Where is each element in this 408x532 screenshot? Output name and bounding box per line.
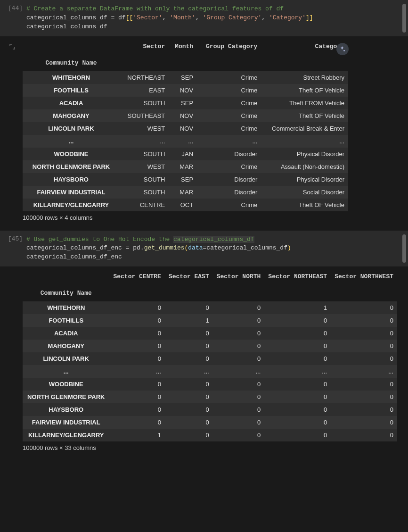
cell: 0 xyxy=(331,340,397,352)
cell: 0 xyxy=(213,391,265,403)
code-bracket: ]] xyxy=(306,14,313,21)
row-index: FOOTHILLS xyxy=(23,314,109,327)
row-index: FAIRVIEW INDUSTRIAL xyxy=(23,416,109,429)
cell: 0 xyxy=(264,340,331,352)
code-comment: # Use get_dummies to One Hot Encode the … xyxy=(26,236,254,243)
cell: 0 xyxy=(264,352,331,365)
col-header: Month xyxy=(169,40,197,55)
table-row: ACADIASOUTHSEPCrimeTheft FROM Vehicle xyxy=(23,97,348,109)
cell: 0 xyxy=(213,378,265,391)
row-index: KILLARNEY/GLENGARRY xyxy=(23,429,109,441)
column-header-row: Sector Month Group Category Category xyxy=(23,40,348,55)
code-ident: categorical_columns_df_enc xyxy=(26,244,122,251)
cell: Street Robbery xyxy=(261,71,348,84)
cell: 0 xyxy=(331,429,397,441)
cell: SEP xyxy=(169,71,197,84)
cell: 0 xyxy=(165,340,213,352)
cell: 0 xyxy=(165,352,213,365)
index-name: Community Name xyxy=(23,55,120,71)
table-row: NORTH GLENMORE PARKWESTMARCrimeAssault (… xyxy=(23,160,348,173)
cell-output-45: Sector_CENTRE Sector_EAST Sector_NORTH S… xyxy=(0,266,408,458)
table-row: MAHOGANY00000 xyxy=(23,340,397,352)
code-bracket: [[ xyxy=(126,14,133,21)
cell: 0 xyxy=(165,403,213,416)
row-index: MAHOGANY xyxy=(23,109,120,122)
row-index: LINCOLN PARK xyxy=(23,122,120,135)
row-index: NORTH GLENMORE PARK xyxy=(23,391,109,403)
suggest-chart-button[interactable] xyxy=(336,43,349,55)
cell: Commercial Break & Enter xyxy=(261,122,348,135)
cell: Disorder xyxy=(197,148,261,160)
cell: 0 xyxy=(331,301,397,314)
column-header-row: Sector_CENTRE Sector_EAST Sector_NORTH S… xyxy=(23,270,397,285)
col-header: Group Category xyxy=(197,40,261,55)
code-string: 'Category' xyxy=(269,14,306,21)
cell: WEST xyxy=(120,160,169,173)
code-ident: df xyxy=(118,14,126,21)
cell: 0 xyxy=(264,314,331,327)
col-header: Sector_NORTHEAST xyxy=(264,270,331,285)
cell: Theft OF Vehicle xyxy=(261,84,348,97)
cell: 0 xyxy=(109,301,164,314)
cell: 0 xyxy=(264,403,331,416)
row-index: ACADIA xyxy=(23,97,120,109)
cell: 0 xyxy=(213,327,265,340)
cell: WEST xyxy=(120,122,169,135)
cell: Crime xyxy=(197,160,261,173)
cell-scrollbar[interactable] xyxy=(402,234,406,263)
cell: Crime xyxy=(197,97,261,109)
cell: Theft FROM Vehicle xyxy=(261,97,348,109)
table-row: WHITEHORNNORTHEASTSEPCrimeStreet Robbery xyxy=(23,71,348,84)
row-index: NORTH GLENMORE PARK xyxy=(23,160,120,173)
cell: JAN xyxy=(169,148,197,160)
cell: Theft OF Vehicle xyxy=(261,199,348,211)
cell: SEP xyxy=(169,97,197,109)
table-row: ACADIA00000 xyxy=(23,327,397,340)
cell: 0 xyxy=(213,340,265,352)
code-comment: # Create a separate DataFrame with only … xyxy=(26,5,284,12)
cell: 0 xyxy=(165,391,213,403)
table-row: HAYSBOROSOUTHSEPDisorderPhysical Disorde… xyxy=(23,173,348,186)
cell: EAST xyxy=(120,84,169,97)
row-index: KILLARNEY/GLENGARRY xyxy=(23,199,120,211)
cell: NOV xyxy=(169,109,197,122)
cell: 0 xyxy=(213,416,265,429)
cell: 0 xyxy=(213,403,265,416)
ellipsis-row: ............... xyxy=(23,135,348,148)
cell: Physical Disorder xyxy=(261,148,348,160)
output-expand-icon[interactable] xyxy=(8,43,17,51)
code-input-45[interactable]: [45] # Use get_dummies to One Hot Encode… xyxy=(0,231,408,267)
table-row: KILLARNEY/GLENGARRY10000 xyxy=(23,429,397,441)
cell: Disorder xyxy=(197,173,261,186)
cell: 0 xyxy=(165,416,213,429)
code-input-44[interactable]: [44] # Create a separate DataFrame with … xyxy=(0,0,408,36)
table-row: LINCOLN PARKWESTNOVCrimeCommercial Break… xyxy=(23,122,348,135)
code-string: 'Sector' xyxy=(133,14,162,21)
code-body-45[interactable]: # Use get_dummies to One Hot Encode the … xyxy=(26,235,403,262)
cell: 0 xyxy=(264,378,331,391)
cell: SOUTH xyxy=(120,97,169,109)
cell: 0 xyxy=(264,327,331,340)
cell: SEP xyxy=(169,173,197,186)
table-row: LINCOLN PARK00000 xyxy=(23,352,397,365)
row-index: WOODBINE xyxy=(23,378,109,391)
code-body-44[interactable]: # Create a separate DataFrame with only … xyxy=(26,5,403,32)
cell: SOUTH xyxy=(120,186,169,199)
cell: Assault (Non-domestic) xyxy=(261,160,348,173)
index-name-row: Community Name xyxy=(23,285,397,301)
cell: 0 xyxy=(109,314,164,327)
col-header: Sector_CENTRE xyxy=(109,270,164,285)
table-row: WHITEHORN00010 xyxy=(23,301,397,314)
cell-scrollbar[interactable] xyxy=(402,4,406,33)
cell: 0 xyxy=(213,301,265,314)
cell: Crime xyxy=(197,71,261,84)
cell-output-44: Sector Month Group Category Category Com… xyxy=(0,36,408,228)
notebook-cell-45: [45] # Use get_dummies to One Hot Encode… xyxy=(0,231,408,458)
code-op: = xyxy=(107,14,118,21)
dataframe-shape-1: 100000 rows × 4 columns xyxy=(23,211,408,222)
execution-count-44: [44] xyxy=(0,5,26,32)
cell: 1 xyxy=(165,314,213,327)
code-ident: categorical_columns_df xyxy=(26,23,107,30)
svg-point-0 xyxy=(343,50,345,51)
cell: 0 xyxy=(264,429,331,441)
